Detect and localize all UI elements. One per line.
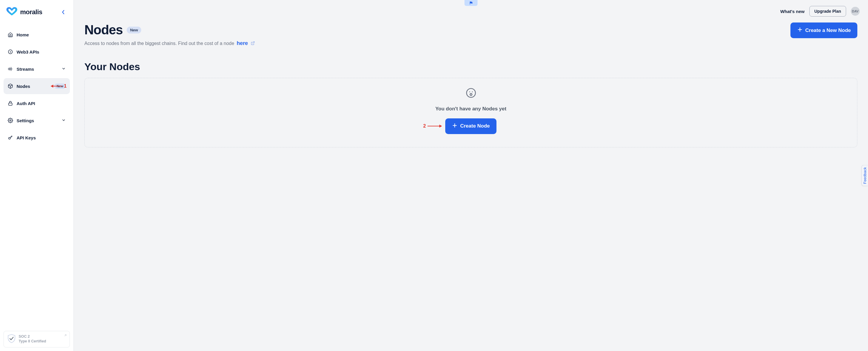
svg-line-14 <box>65 335 66 336</box>
feedback-label: Feedback <box>863 167 867 184</box>
create-node-button[interactable]: Create Node <box>445 118 496 134</box>
chevron-down-icon <box>62 67 66 72</box>
upgrade-plan-button[interactable]: Upgrade Plan <box>809 6 846 17</box>
external-link-icon <box>251 40 255 46</box>
new-badge: New <box>54 84 66 89</box>
sidebar-item-settings[interactable]: Settings <box>4 113 70 128</box>
sidebar-header: moralis <box>4 4 70 24</box>
logo-icon <box>6 7 18 17</box>
sidebar-item-streams[interactable]: Streams <box>4 61 70 77</box>
sidebar-item-nodes[interactable]: Nodes New 1 <box>4 78 70 94</box>
sidebar-item-label: Web3 APIs <box>17 50 66 55</box>
empty-state-panel: You don't have any Nodes yet 2 Create No… <box>84 78 857 148</box>
sidebar-item-label: API Keys <box>17 135 66 140</box>
annotation-2: 2 <box>423 123 442 129</box>
sidebar-item-api-keys[interactable]: API Keys <box>4 130 70 146</box>
surprised-face-icon <box>466 88 476 99</box>
plus-icon <box>452 123 458 130</box>
avatar[interactable]: DAV <box>851 7 860 16</box>
svg-point-20 <box>472 91 473 92</box>
sidebar-item-auth-api[interactable]: Auth API <box>4 95 70 111</box>
svg-rect-8 <box>8 103 12 105</box>
sidebar: moralis Home 3 Web3 APIs Streams <box>0 0 74 351</box>
svg-point-9 <box>10 120 11 121</box>
svg-point-19 <box>469 91 470 92</box>
whats-new-link[interactable]: What's new <box>780 9 805 14</box>
shield-check-icon <box>7 334 16 344</box>
soc2-badge-card[interactable]: SOC 2 Type II Certified <box>4 331 70 347</box>
sidebar-item-label: Settings <box>17 118 58 123</box>
sidebar-nav: Home 3 Web3 APIs Streams Nodes New <box>4 27 70 146</box>
soc-text: SOC 2 Type II Certified <box>19 334 46 344</box>
box-icon <box>8 84 13 89</box>
new-badge: New <box>127 27 141 33</box>
svg-line-15 <box>252 42 254 43</box>
streams-icon <box>8 66 13 72</box>
svg-line-13 <box>11 137 11 137</box>
key-icon <box>8 135 13 140</box>
gear-icon <box>8 118 13 123</box>
sidebar-item-label: Auth API <box>17 101 66 106</box>
logo-text: moralis <box>20 8 42 16</box>
page-title: Nodes <box>84 23 123 37</box>
svg-text:3: 3 <box>10 51 11 53</box>
svg-point-21 <box>470 94 472 96</box>
external-link-icon <box>64 333 67 338</box>
create-new-node-button[interactable]: Create a New Node <box>790 23 857 38</box>
svg-point-18 <box>467 89 475 97</box>
empty-state-text: You don't have any Nodes yet <box>435 106 506 112</box>
feedback-tab[interactable]: Feedback <box>862 165 868 186</box>
home-icon <box>8 32 13 37</box>
pricing-here-link[interactable]: here <box>237 40 255 46</box>
collapse-sidebar-button[interactable] <box>59 8 67 16</box>
sidebar-item-label: Nodes <box>17 84 51 89</box>
flag-tab[interactable] <box>464 0 477 6</box>
plus-icon <box>797 27 803 34</box>
sidebar-item-label: Home <box>17 32 66 37</box>
page-content: Nodes New Access to nodes from all the b… <box>74 17 868 153</box>
cube-icon: 3 <box>8 49 13 55</box>
page-header: Nodes New Access to nodes from all the b… <box>84 23 857 47</box>
sidebar-item-label: Streams <box>17 67 58 72</box>
page-subtitle: Access to nodes from all the biggest cha… <box>84 40 255 47</box>
sidebar-item-home[interactable]: Home <box>4 27 70 43</box>
logo[interactable]: moralis <box>6 7 42 17</box>
sidebar-item-web3-apis[interactable]: 3 Web3 APIs <box>4 44 70 60</box>
lock-icon <box>8 101 13 106</box>
svg-line-12 <box>12 136 12 137</box>
your-nodes-title: Your Nodes <box>84 61 857 72</box>
main-content: What's new Upgrade Plan DAV Nodes New Ac… <box>74 0 868 351</box>
chevron-down-icon <box>62 118 66 123</box>
